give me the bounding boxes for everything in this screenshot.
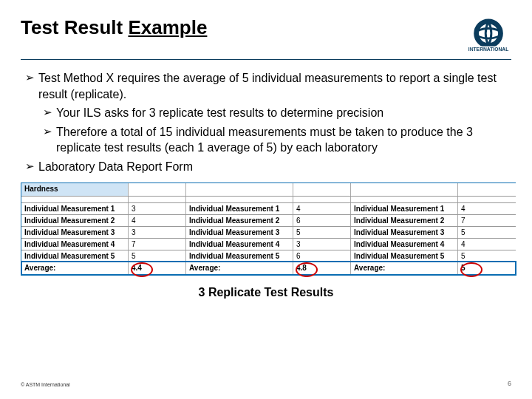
cell: 4 <box>458 239 516 250</box>
avg-cell: 5 <box>458 262 516 275</box>
cell: 5 <box>129 250 186 262</box>
cell: 4 <box>458 203 516 214</box>
row-label: Individual Measurement 5 <box>21 250 129 262</box>
table-caption: 3 Replicate Test Results <box>21 286 511 299</box>
row-label: Individual Measurement 5 <box>351 250 458 262</box>
row-label: Individual Measurement 1 <box>21 203 129 214</box>
cell: 4 <box>129 215 186 226</box>
svg-point-0 <box>477 21 501 46</box>
avg-label: Average: <box>21 262 129 275</box>
page-title: Test Result Example <box>21 16 207 39</box>
title-part1: Test Result <box>21 16 128 38</box>
cell: 4 <box>293 203 351 214</box>
svg-point-1 <box>477 28 501 38</box>
bullet-1-2: Therefore a total of 15 individual measu… <box>21 124 511 156</box>
row-label: Individual Measurement 2 <box>21 215 129 226</box>
astm-logo-icon: INTERNATIONAL <box>468 16 511 52</box>
title-part2: Example <box>128 16 207 38</box>
row-label: Individual Measurement 4 <box>351 239 458 250</box>
row-label: Individual Measurement 1 <box>186 203 293 214</box>
bullet-1-1: Your ILS asks for 3 replicate test resul… <box>21 105 511 121</box>
title-divider <box>21 59 511 60</box>
row-label: Individual Measurement 3 <box>21 227 129 238</box>
svg-rect-3 <box>499 30 502 37</box>
cell: 7 <box>129 239 186 250</box>
footer-copyright: © ASTM International <box>21 382 70 387</box>
row-label: Individual Measurement 4 <box>21 239 129 250</box>
cell: 3 <box>129 227 186 238</box>
row-label: Individual Measurement 2 <box>351 215 458 226</box>
row-label: Individual Measurement 3 <box>351 227 458 238</box>
cell: 5 <box>458 227 516 238</box>
row-label: Individual Measurement 2 <box>186 215 293 226</box>
avg-label: Average: <box>351 262 458 275</box>
avg-cell: 4.8 <box>293 262 351 275</box>
bullet-list: Test Method X requires the average of 5 … <box>21 70 511 175</box>
svg-text:INTERNATIONAL: INTERNATIONAL <box>468 47 508 52</box>
row-label: Individual Measurement 1 <box>351 203 458 214</box>
row-label: Individual Measurement 4 <box>186 239 293 250</box>
row-label: Individual Measurement 5 <box>186 250 293 262</box>
avg-label: Average: <box>186 262 293 275</box>
cell: 6 <box>293 250 351 262</box>
bullet-2: Laboratory Data Report Form <box>21 159 511 175</box>
page-number: 6 <box>508 380 511 387</box>
avg-cell: 4.4 <box>129 262 186 275</box>
cell: 3 <box>293 239 351 250</box>
data-table: Hardness Individual Measurement 1 3 Indi… <box>21 183 516 276</box>
cell: 7 <box>458 215 516 226</box>
svg-rect-2 <box>476 30 479 37</box>
bullet-1: Test Method X requires the average of 5 … <box>21 70 511 102</box>
cell: 5 <box>458 250 516 262</box>
cell: 6 <box>293 215 351 226</box>
table-header-hardness: Hardness <box>21 183 129 196</box>
cell: 3 <box>129 203 186 214</box>
cell: 5 <box>293 227 351 238</box>
row-label: Individual Measurement 3 <box>186 227 293 238</box>
